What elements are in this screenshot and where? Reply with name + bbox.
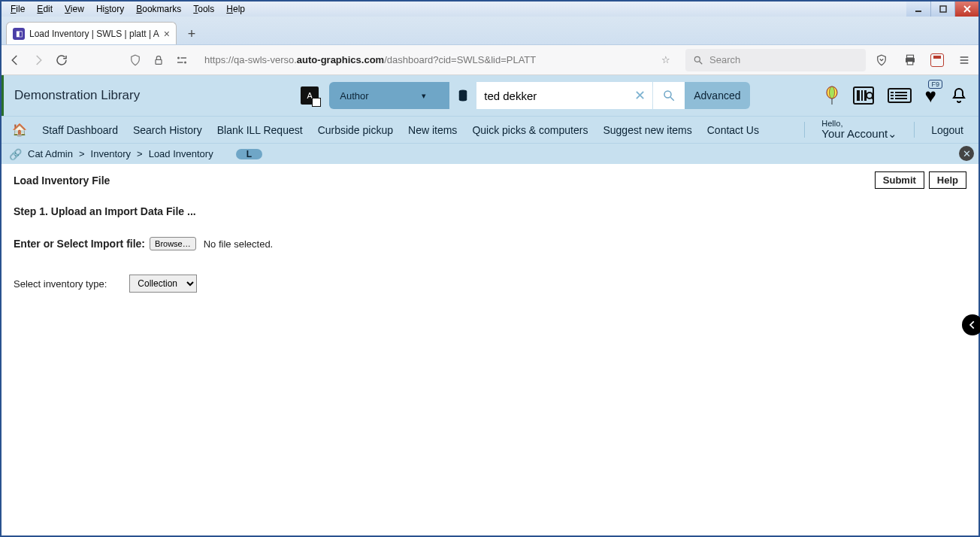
chevron-down-icon: ▾ — [422, 91, 426, 101]
svg-rect-2 — [156, 59, 162, 64]
nav-curbside[interactable]: Curbside pickup — [318, 124, 393, 136]
favorites-badge: F9 — [928, 80, 942, 89]
chevron-down-icon: ⌄ — [888, 127, 897, 140]
url-text: https://qa-swls-verso.auto-graphics.com/… — [204, 54, 536, 65]
search-type-select[interactable]: Author ▾ — [329, 82, 449, 109]
svg-rect-6 — [177, 62, 183, 63]
menu-history[interactable]: History — [92, 3, 129, 15]
browser-search-placeholder: Search — [709, 54, 740, 65]
svg-rect-10 — [907, 61, 913, 65]
database-icon[interactable] — [449, 82, 476, 109]
svg-point-19 — [867, 93, 873, 99]
shield-icon[interactable] — [127, 52, 143, 68]
svg-rect-1 — [940, 6, 946, 12]
svg-point-3 — [177, 56, 180, 59]
catalog-search-input[interactable] — [476, 82, 627, 109]
nav-search-history[interactable]: Search History — [133, 124, 202, 136]
nav-forward-button[interactable] — [31, 52, 47, 68]
window-close-button[interactable] — [954, 2, 978, 17]
breadcrumb-catadmin[interactable]: Cat Admin — [28, 148, 73, 159]
svg-rect-26 — [895, 98, 907, 99]
your-account-label: Your Account — [821, 127, 888, 140]
site-settings-icon[interactable] — [174, 52, 189, 68]
menu-help[interactable]: Help — [222, 3, 250, 15]
inventory-type-label: Select inventory type: — [14, 278, 107, 290]
bell-icon[interactable] — [950, 86, 968, 105]
lock-icon[interactable] — [150, 52, 166, 68]
svg-rect-17 — [861, 90, 863, 101]
advanced-search-button[interactable]: Advanced — [685, 82, 749, 109]
inventory-type-select[interactable]: Collection — [129, 275, 197, 293]
account-menu[interactable]: Hello, Your Account⌄ — [817, 119, 902, 141]
new-tab-button[interactable]: + — [181, 23, 202, 44]
page-content: Load Inventory File Submit Help Step 1. … — [2, 164, 978, 535]
svg-rect-0 — [915, 11, 921, 12]
svg-point-14 — [829, 86, 834, 99]
nav-reload-button[interactable] — [54, 52, 70, 68]
browser-tabstrip: ◧ Load Inventory | SWLS | platt | A × + — [2, 17, 978, 45]
tab-title: Load Inventory | SWLS | platt | A — [29, 29, 159, 39]
breadcrumb-loadinventory[interactable]: Load Inventory — [149, 148, 213, 159]
home-icon[interactable]: 🏠 — [12, 123, 27, 137]
help-button[interactable]: Help — [929, 171, 966, 189]
svg-rect-15 — [854, 87, 873, 104]
chevron-left-icon — [967, 320, 978, 330]
clear-search-button[interactable]: ✕ — [627, 82, 652, 109]
breadcrumb-badge: L — [236, 149, 262, 159]
pocket-icon[interactable] — [873, 52, 890, 68]
breadcrumb: 🔗 Cat Admin > Inventory > Load Inventory… — [2, 143, 978, 164]
window-minimize-button[interactable] — [906, 2, 930, 17]
browser-toolbar: https://qa-swls-verso.auto-graphics.com/… — [2, 45, 978, 75]
app-header: Demonstration Library A Author ▾ ✕ Advan… — [2, 75, 978, 116]
menu-edit[interactable]: Edit — [32, 3, 57, 15]
window-maximize-button[interactable] — [930, 2, 954, 17]
nav-contact[interactable]: Contact Us — [707, 124, 759, 136]
print-icon[interactable] — [902, 52, 918, 68]
language-icon[interactable]: A — [301, 86, 319, 105]
svg-rect-22 — [895, 92, 907, 93]
browser-search-box[interactable]: Search — [685, 49, 866, 71]
nav-new-items[interactable]: New items — [408, 124, 457, 136]
svg-point-7 — [694, 56, 700, 62]
svg-rect-4 — [180, 57, 186, 59]
list-icon[interactable] — [888, 88, 912, 103]
logout-link[interactable]: Logout — [927, 119, 968, 141]
search-submit-button[interactable] — [653, 82, 685, 109]
browse-button[interactable]: Browse… — [150, 237, 196, 250]
file-status: No file selected. — [204, 238, 274, 250]
drawer-toggle-button[interactable] — [962, 314, 980, 335]
nav-back-button[interactable] — [8, 52, 23, 68]
bookmark-star-icon[interactable]: ☆ — [661, 54, 670, 65]
app-menu-button[interactable] — [956, 52, 972, 68]
balloon-icon[interactable] — [824, 86, 839, 105]
address-bar[interactable]: https://qa-swls-verso.auto-graphics.com/… — [197, 49, 678, 71]
menu-bookmarks[interactable]: Bookmarks — [132, 3, 186, 15]
page-title: Load Inventory File — [14, 174, 110, 187]
chain-icon: 🔗 — [9, 148, 22, 160]
browser-tab[interactable]: ◧ Load Inventory | SWLS | platt | A × — [6, 22, 177, 44]
tab-close-button[interactable]: × — [164, 28, 170, 40]
svg-rect-24 — [895, 95, 907, 96]
menu-tools[interactable]: Tools — [189, 3, 219, 15]
svg-point-12 — [664, 91, 671, 98]
svg-rect-8 — [907, 55, 914, 58]
svg-rect-16 — [857, 90, 860, 101]
nav-blank-ill[interactable]: Blank ILL Request — [217, 124, 303, 136]
submit-button[interactable]: Submit — [875, 171, 924, 189]
menu-file[interactable]: File — [6, 3, 29, 15]
nav-staff-dashboard[interactable]: Staff Dashboard — [42, 124, 118, 136]
svg-rect-23 — [891, 95, 894, 96]
import-file-label: Enter or Select Import file: — [14, 238, 145, 250]
library-title: Demonstration Library — [14, 88, 140, 103]
favorites-icon[interactable]: ♥F9 — [925, 84, 936, 108]
breadcrumb-inventory[interactable]: Inventory — [91, 148, 131, 159]
nav-suggest[interactable]: Suggest new items — [603, 124, 691, 136]
nav-quickpicks[interactable]: Quick picks & computers — [472, 124, 588, 136]
close-panel-button[interactable]: ✕ — [959, 146, 974, 161]
menu-view[interactable]: View — [60, 3, 89, 15]
step1-heading: Step 1. Upload an Import Data File ... — [14, 205, 966, 217]
scan-icon[interactable] — [853, 86, 874, 105]
svg-rect-21 — [891, 92, 894, 93]
security-badge-icon[interactable] — [930, 53, 944, 67]
search-icon — [693, 55, 703, 65]
